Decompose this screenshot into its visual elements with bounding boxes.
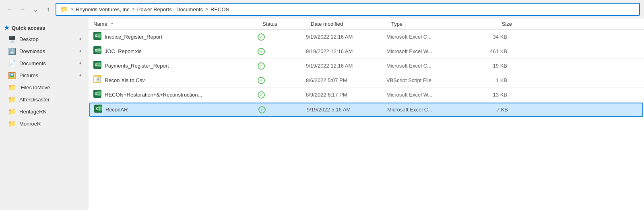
file-status: ✓ (258, 33, 306, 41)
sidebar-item-desktop[interactable]: 🖥️ Desktop ✦ (2, 33, 87, 45)
synced-icon: ✓ (258, 62, 265, 70)
main-content: ★ Quick access 🖥️ Desktop ✦ ⬇️ Downloads… (0, 19, 644, 210)
desktop-icon: 🖥️ (8, 35, 16, 43)
back-button[interactable]: ← (4, 4, 15, 15)
file-rows-container: X Invoice_Register_Report ✓ 9/19/2022 12… (89, 30, 644, 117)
downloads-icon: ⬇️ (8, 47, 16, 55)
address-separator-2: > (132, 6, 135, 12)
file-name: ReconAR (105, 107, 258, 113)
file-area: Name ⌃ Status Date modified Type Size X (89, 19, 644, 210)
folder-icon: 📁 (8, 96, 16, 103)
pin-icon: ✦ (78, 61, 82, 66)
file-row-recon_xls[interactable]: ⚙ Recon Xls to Csv ✓ 8/6/2022 5:07 PM VB… (89, 73, 644, 88)
script-icon: ⚙ (93, 75, 101, 85)
svg-text:X: X (95, 92, 97, 96)
col-header-status[interactable]: Status (262, 21, 311, 27)
file-status: ✓ (258, 48, 306, 55)
pin-icon: ✦ (78, 73, 82, 78)
file-row-reconar[interactable]: X ReconAR ✓ 9/19/2022 5:16 AM Microsoft … (89, 103, 643, 117)
sidebar-item-heritagern[interactable]: 📁 HeritageRN (2, 106, 87, 117)
excel-icon: X (94, 105, 102, 115)
sidebar-item-label: Desktop (19, 36, 39, 42)
col-header-date[interactable]: Date modified (311, 21, 391, 27)
column-headers: Name ⌃ Status Date modified Type Size (89, 19, 644, 30)
svg-text:X: X (95, 34, 97, 38)
synced-icon: ✓ (258, 91, 265, 99)
sidebar-item-filestomove[interactable]: 📁 .FilesToMove (2, 82, 87, 93)
sidebar-item-label: Pictures (19, 72, 38, 78)
file-date: 8/9/2022 6:17 PM (306, 92, 386, 98)
file-name: Invoice_Register_Report (105, 34, 258, 40)
sidebar: ★ Quick access 🖥️ Desktop ✦ ⬇️ Downloads… (0, 19, 89, 210)
file-size: 1 KB (467, 77, 507, 83)
up-button[interactable]: ↑ (43, 4, 54, 15)
svg-text:X: X (95, 63, 97, 67)
file-type: Microsoft Excel W... (386, 48, 467, 54)
sort-arrow: ⌃ (110, 22, 114, 27)
file-status: ✓ (258, 106, 307, 113)
file-row-payments[interactable]: X Payments_Register_Report ✓ 9/19/2022 1… (89, 59, 644, 73)
svg-text:X: X (95, 107, 98, 111)
synced-icon: ✓ (258, 106, 266, 113)
recent-locations-button[interactable]: ⌄ (30, 4, 41, 15)
file-status: ✓ (258, 62, 306, 70)
synced-icon: ✓ (258, 33, 265, 41)
file-type: Microsoft Excel C... (386, 63, 467, 69)
file-name: RECON+Restoration+&+Reconstruction... (105, 92, 258, 98)
folder-icon: 📁 (8, 108, 16, 115)
excel-icon: X (93, 90, 101, 100)
file-type: VBScript Script File (386, 77, 467, 83)
synced-icon: ✓ (258, 48, 265, 55)
sidebar-item-label: Documents (19, 60, 46, 66)
breadcrumb-part-1: Reynolds Ventures, Inc (76, 6, 130, 12)
svg-text:X: X (95, 48, 97, 53)
nav-bar: ← → ⌄ ↑ 📁 > Reynolds Ventures, Inc > Pow… (0, 0, 644, 19)
folder-icon: 📁 (8, 120, 16, 128)
file-type: Microsoft Excel C... (387, 107, 468, 113)
file-name: Payments_Register_Report (105, 63, 258, 69)
file-row-invoice[interactable]: X Invoice_Register_Report ✓ 9/19/2022 12… (89, 30, 644, 44)
sidebar-item-documents[interactable]: 📄 Documents ✦ (2, 58, 87, 69)
col-header-size[interactable]: Size (472, 21, 512, 27)
excel-icon: X (93, 61, 101, 71)
sidebar-item-afterdisaster[interactable]: 📁 AfterDisaster (2, 94, 87, 105)
forward-button[interactable]: → (17, 4, 28, 15)
file-date: 9/19/2022 5:16 AM (307, 107, 387, 113)
file-status: ✓ (258, 91, 306, 99)
sidebar-item-label: AfterDisaster (19, 97, 50, 103)
sidebar-item-label: .FilesToMove (19, 84, 50, 91)
file-row-joc[interactable]: X JOC_Report.xls ✓ 9/19/2022 12:16 AM Mi… (89, 44, 644, 59)
file-size: 461 KB (467, 48, 507, 54)
folder-icon: 📁 (60, 6, 68, 13)
excel-icon: X (93, 32, 101, 42)
svg-text:⚙: ⚙ (97, 78, 99, 81)
file-type: Microsoft Excel W... (386, 92, 467, 98)
quick-access-label: Quick access (12, 25, 45, 31)
file-size: 13 KB (467, 92, 507, 98)
file-date: 8/6/2022 5:07 PM (306, 77, 386, 83)
quick-access-header: ★ Quick access (0, 22, 89, 33)
file-name: JOC_Report.xls (105, 48, 258, 54)
star-icon: ★ (4, 24, 9, 31)
address-bar[interactable]: 📁 > Reynolds Ventures, Inc > Power Repor… (56, 3, 640, 16)
file-date: 9/19/2022 12:16 AM (306, 34, 386, 40)
file-name: Recon Xls to Csv (105, 77, 258, 83)
file-size: 34 KB (467, 34, 507, 40)
col-header-name[interactable]: Name ⌃ (93, 21, 262, 27)
file-type: Microsoft Excel C... (386, 34, 467, 40)
synced-icon: ✓ (258, 77, 265, 84)
folder-icon: 📁 (8, 84, 16, 91)
sidebar-item-downloads[interactable]: ⬇️ Downloads ✦ (2, 45, 87, 57)
sidebar-item-label: Downloads (19, 48, 45, 54)
sidebar-item-monroer[interactable]: 📁 MonroeR (2, 118, 87, 130)
sidebar-item-pictures[interactable]: 🖼️ Pictures ✦ (2, 70, 87, 81)
sidebar-item-label: HeritageRN (19, 109, 47, 115)
sidebar-item-label: MonroeR (19, 121, 41, 127)
file-row-recon_restoration[interactable]: X RECON+Restoration+&+Reconstruction... … (89, 88, 644, 102)
pin-icon: ✦ (78, 37, 82, 42)
file-date: 9/19/2022 12:16 AM (306, 63, 386, 69)
file-date: 9/19/2022 12:16 AM (306, 48, 386, 54)
col-header-type[interactable]: Type (391, 21, 472, 27)
breadcrumb-part-3: RECON (211, 6, 229, 12)
file-size: 7 KB (468, 107, 508, 113)
